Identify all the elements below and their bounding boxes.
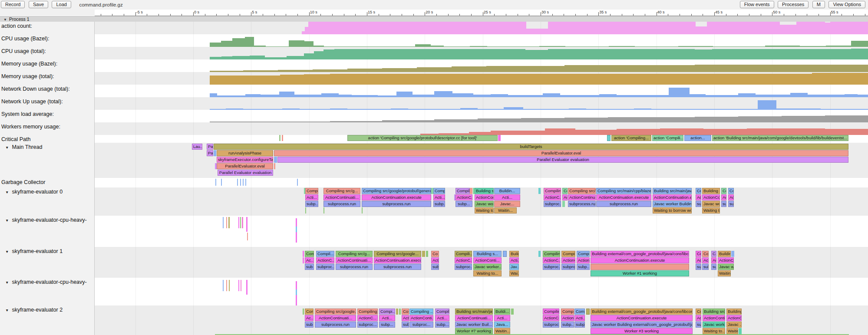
collapse-arrow-icon[interactable]: ▼ [5, 308, 9, 312]
trace-block[interactable]: ActionC... [544, 194, 561, 200]
trace-block[interactable]: Compiling src/google/protobuf/generat... [362, 188, 431, 194]
trace-block[interactable] [303, 309, 304, 315]
trace-block[interactable]: ActionC... [561, 315, 574, 321]
trace-block[interactable]: Javac ... [726, 322, 742, 328]
trace-block[interactable]: ActionC... [455, 257, 472, 263]
trace-block[interactable]: sub [696, 201, 701, 207]
trace-block[interactable]: subp... [435, 322, 449, 328]
trace-block[interactable]: Javac worker... [703, 322, 725, 328]
trace-block[interactable]: Building... [718, 251, 731, 257]
trace-block[interactable]: Acti... [574, 315, 585, 321]
row-label-skyframe-evaluator-cpu-heavy-a[interactable]: ▼skyframe-evaluator-cpu-heavy- [5, 217, 87, 223]
trace-block[interactable]: subprocess.run [323, 201, 360, 207]
trace-block[interactable]: ActionContinuati... [323, 194, 360, 200]
trace-block[interactable]: Compil... [435, 309, 449, 315]
trace-block[interactable]: Act [431, 257, 439, 263]
trace-block[interactable]: action 'Compiling src/google/protobuf/de… [347, 135, 498, 141]
trace-block[interactable]: subp... [305, 201, 318, 207]
trace-block[interactable]: sub [402, 322, 409, 328]
process-header[interactable]: ▼Process 1 [0, 16, 868, 22]
gc-tick[interactable] [243, 179, 244, 186]
trace-block[interactable]: ActionContinuation.execute [653, 194, 692, 200]
trace-block[interactable]: action 'Building src/main/java/com/googl… [712, 135, 848, 141]
trace-block[interactable]: subproc... [544, 201, 561, 207]
trace-block[interactable]: subprocess.run [315, 322, 356, 328]
trace-block[interactable]: subproc... [316, 264, 334, 270]
load-button[interactable]: Load [52, 1, 71, 8]
timeline-ruler[interactable]: -5 s0 s5 s10 s15 s20 s25 s30 s35 s40 s45… [95, 10, 868, 16]
trace-block[interactable]: Compil... [316, 251, 334, 257]
trace-block[interactable] [607, 135, 611, 141]
trace-block[interactable]: Javac wo... [718, 264, 734, 270]
trace-block[interactable]: Javac... [494, 201, 520, 207]
trace-block[interactable]: ParallelEvaluator.eval [217, 163, 273, 169]
cpu-heavy-tick[interactable] [226, 280, 227, 291]
trace-block[interactable]: Waiting to... [703, 328, 725, 334]
trace-block[interactable] [426, 251, 428, 257]
trace-block[interactable] [586, 309, 590, 315]
trace-block[interactable]: ActionC... [561, 257, 575, 263]
trace-block[interactable] [538, 188, 541, 194]
trace-block[interactable]: Act [696, 315, 701, 321]
trace-block[interactable]: Worker #3 working [591, 328, 693, 334]
trace-block[interactable]: Acti... [305, 194, 318, 200]
trace-block[interactable]: Acti... [379, 315, 395, 321]
trace-block[interactable]: ActionContinuation.execute [374, 257, 421, 263]
trace-block[interactable]: Waiting to... [702, 207, 720, 213]
cpu-heavy-tick[interactable] [296, 295, 297, 305]
trace-block[interactable]: Com... [574, 309, 585, 315]
trace-block[interactable] [305, 207, 306, 213]
cpu-heavy-tick[interactable] [246, 280, 248, 295]
trace-block[interactable]: Javac worker... [473, 264, 502, 270]
trace-block[interactable]: subprocess.run [568, 201, 596, 207]
trace-block[interactable]: ActionContinuati... [455, 315, 493, 321]
row-label-skyframe-evaluator-1[interactable]: ▼skyframe-evaluator 1 [5, 248, 63, 254]
trace-block[interactable]: Comp... [433, 188, 445, 194]
trace-block[interactable]: action 'Compili... [652, 135, 683, 141]
trace-block[interactable] [591, 264, 689, 270]
trace-block[interactable]: ActionC... [357, 315, 378, 321]
trace-block[interactable]: action 'Compiling... [611, 135, 651, 141]
trace-block[interactable]: Javac worker Building s... [653, 201, 692, 207]
cpu-heavy-tick[interactable] [246, 217, 248, 232]
trace-block[interactable]: ActionConti... [702, 194, 720, 200]
collapse-arrow-icon[interactable]: ▼ [5, 218, 9, 223]
cpu-heavy-tick[interactable] [296, 281, 297, 289]
trace-block[interactable]: Building src/main/jav... [455, 309, 493, 315]
counter-chart-action-count[interactable] [95, 22, 868, 34]
trace-block[interactable]: Waitin... [494, 328, 510, 334]
trace-block[interactable]: Com [305, 309, 314, 315]
collapse-arrow-icon[interactable]: ▼ [5, 145, 9, 150]
trace-block[interactable]: Act [721, 194, 726, 200]
cpu-heavy-tick[interactable] [228, 217, 230, 228]
trace-block[interactable]: Building external/com_google_protobuf/ja… [591, 309, 693, 315]
trace-block[interactable]: ActionContinuation.execute [362, 194, 431, 200]
trace-block[interactable]: subp... [577, 264, 590, 270]
trace-block[interactable]: Parallel Evaluator evaluation [277, 157, 848, 163]
trace-block[interactable]: Building ... [726, 309, 742, 315]
trace-block[interactable]: runAnalysisPhase [217, 150, 273, 156]
trace-block[interactable]: subproc... [357, 322, 378, 328]
trace-block[interactable]: Waiting to... [473, 270, 502, 276]
trace-block[interactable]: subprocess.run [362, 201, 431, 207]
trace-block[interactable]: Worker #7 working [455, 328, 493, 334]
trace-block[interactable] [274, 163, 275, 169]
trace-block[interactable]: Jav... [509, 264, 519, 270]
trace-block[interactable]: Com [696, 251, 701, 257]
collapse-arrow-icon[interactable]: ▼ [5, 280, 9, 285]
trace-block[interactable]: Compiling src/g... [323, 188, 360, 194]
trace-block[interactable]: Javac work... [475, 201, 494, 207]
trace-block[interactable]: Par [207, 150, 213, 156]
trace-block[interactable]: Waiting to borrow worker [653, 207, 692, 213]
trace-block[interactable]: Compi... [379, 309, 395, 315]
trace-block[interactable]: Co [431, 251, 439, 257]
trace-block[interactable] [498, 135, 501, 141]
trace-block[interactable] [362, 207, 363, 213]
trace-block[interactable]: Com [305, 251, 314, 257]
trace-block[interactable] [323, 207, 324, 213]
trace-block[interactable]: Compiling ... [543, 251, 560, 257]
trace-block[interactable]: Buildin... [494, 188, 520, 194]
trace-block[interactable]: Compil... [305, 188, 318, 194]
trace-block[interactable]: sub [305, 264, 314, 270]
collapse-arrow-icon[interactable]: ▼ [5, 190, 9, 194]
